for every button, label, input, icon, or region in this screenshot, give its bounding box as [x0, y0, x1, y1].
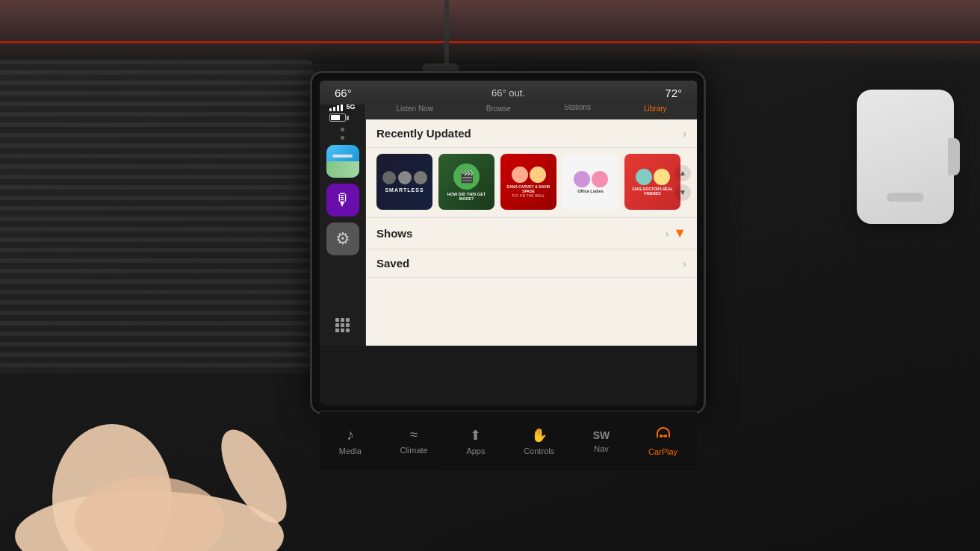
shows-title: Shows	[376, 227, 412, 240]
wireless-charger	[857, 90, 954, 224]
saved-chevron: ›	[683, 258, 686, 270]
controls-label: Controls	[524, 446, 554, 455]
recently-updated-title: Recently Updated	[376, 127, 471, 140]
settings-icon: ⚙	[335, 229, 350, 249]
nav-label: Nav	[594, 444, 609, 453]
stitching-line	[0, 41, 980, 43]
nav-climate[interactable]: ≈ Climate	[400, 427, 427, 455]
battery-icon	[329, 113, 346, 122]
signal-bar-3	[337, 105, 339, 111]
nav-nav[interactable]: SW Nav	[593, 429, 610, 453]
dana-title: DANA CARVEY & DAVID SPADE	[503, 184, 554, 193]
dana-subtitle: FLY ON THE WALL	[512, 193, 545, 198]
fake-faces	[636, 169, 670, 185]
main-content: ▶ Listen Now ⊞ Browse ((·)) Stations ☰ L…	[366, 81, 697, 346]
shows-right: › ▼	[666, 225, 687, 241]
office-cover: Office Ladies	[562, 154, 618, 210]
saved-row[interactable]: Saved ›	[366, 249, 697, 278]
podcast-dana[interactable]: DANA CARVEY & DAVID SPADE FLY ON THE WAL…	[500, 154, 556, 210]
dana-faces	[512, 166, 546, 183]
podcasts-icon: 🎙	[335, 190, 351, 210]
vent-left	[0, 60, 314, 373]
shows-row[interactable]: Shows › ▼	[366, 218, 697, 249]
podcast-fake-doctors[interactable]: FAKE DOCTORS REAL FRIENDS	[624, 154, 680, 210]
nav-nav-icon: SW	[593, 429, 610, 441]
shows-down-arrow[interactable]: ▼	[673, 225, 686, 241]
screen-content: 10:12 5G	[320, 81, 697, 405]
bottom-nav: ♪ Media ≈ Climate ⬆ Apps ✋ Controls SW N…	[320, 411, 697, 470]
carplay-icon	[654, 426, 672, 444]
signal-bar-1	[329, 108, 332, 111]
podcast-howdid[interactable]: 🎬 HOW DID THIS GET MADE?	[438, 154, 494, 210]
shows-chevron: ›	[666, 228, 669, 240]
climate-label: Climate	[400, 446, 427, 455]
dana-face-2	[530, 166, 546, 183]
maps-road	[332, 155, 352, 158]
fake-face-2	[654, 169, 670, 185]
scroll-up-arrow[interactable]: ▲	[674, 165, 691, 181]
apps-label: Apps	[466, 446, 485, 455]
scroll-down-arrow[interactable]: ▼	[674, 184, 691, 201]
grid-dot-3	[346, 318, 350, 322]
scroll-arrows: ▲ ▼	[674, 165, 691, 201]
battery-fill	[331, 115, 340, 120]
sidebar-app-maps[interactable]	[326, 145, 359, 178]
podcast-office[interactable]: Office Ladies	[562, 154, 618, 210]
temp-out: 66° out.	[491, 87, 525, 99]
signal-bars	[329, 104, 343, 111]
podcast-row: SMARTLESS 🎬 HOW DID THIS GET MADE?	[366, 148, 697, 218]
temp-left: 66°	[335, 87, 352, 99]
office-face-2	[592, 171, 608, 187]
grid-dot-1	[335, 318, 339, 322]
howdid-title: HOW DID THIS GET MADE?	[441, 192, 491, 201]
face-2	[398, 171, 412, 184]
howdid-image: 🎬	[453, 164, 480, 190]
fake-cover: FAKE DOCTORS REAL FRIENDS	[624, 154, 680, 210]
smartless-title: SMARTLESS	[385, 187, 424, 193]
dana-face-1	[512, 166, 528, 183]
howdid-emoji: 🎬	[459, 169, 474, 184]
howdid-cover: 🎬 HOW DID THIS GET MADE?	[438, 154, 494, 210]
office-face-1	[574, 171, 590, 187]
office-title: Office Ladies	[577, 189, 604, 193]
apps-icon: ⬆	[470, 427, 481, 443]
sidebar-app-settings[interactable]: ⚙	[326, 222, 359, 255]
fake-face-1	[636, 169, 652, 185]
listen-now-label: Listen Now	[396, 105, 432, 113]
nav-carplay[interactable]: CarPlay	[648, 426, 677, 456]
library-label: Library	[644, 105, 667, 113]
maps-land	[326, 161, 359, 178]
smartless-faces	[382, 171, 427, 184]
face-3	[414, 171, 427, 184]
smartless-cover: SMARTLESS	[376, 154, 432, 210]
carplay-label: CarPlay	[648, 447, 677, 456]
nav-controls[interactable]: ✋ Controls	[524, 427, 554, 455]
nav-apps[interactable]: ⬆ Apps	[466, 427, 485, 455]
content-body[interactable]: Recently Updated ›	[366, 119, 697, 346]
climate-icon: ≈	[410, 427, 418, 443]
device-indicator	[887, 193, 924, 202]
grid-dot-2	[341, 318, 344, 322]
dashboard-top	[0, 0, 980, 63]
recently-updated-chevron: ›	[683, 128, 686, 140]
signal-bar-4	[341, 104, 343, 111]
office-faces	[574, 171, 608, 187]
hand-overlay	[0, 327, 373, 551]
sidebar: 10:12 5G	[320, 81, 366, 346]
sidebar-dot-2	[341, 136, 344, 140]
sidebar-dot-1	[341, 128, 344, 131]
smartless-content: SMARTLESS	[382, 171, 427, 193]
dana-cover: DANA CARVEY & DAVID SPADE FLY ON THE WAL…	[500, 154, 556, 210]
saved-title: Saved	[376, 257, 409, 270]
podcast-smartless[interactable]: SMARTLESS	[376, 154, 432, 210]
fake-title: FAKE DOCTORS REAL FRIENDS	[627, 187, 678, 196]
sidebar-app-podcasts[interactable]: 🎙	[326, 184, 359, 217]
temp-right: 72°	[665, 87, 682, 99]
device-button	[948, 138, 960, 175]
face-1	[382, 171, 396, 184]
carplay-area: 10:12 5G	[320, 81, 697, 346]
browse-label: Browse	[486, 105, 511, 113]
recently-updated-row[interactable]: Recently Updated ›	[366, 119, 697, 148]
signal-bar-2	[333, 107, 335, 111]
temp-bar: 66° 66° out. 72°	[320, 81, 697, 105]
